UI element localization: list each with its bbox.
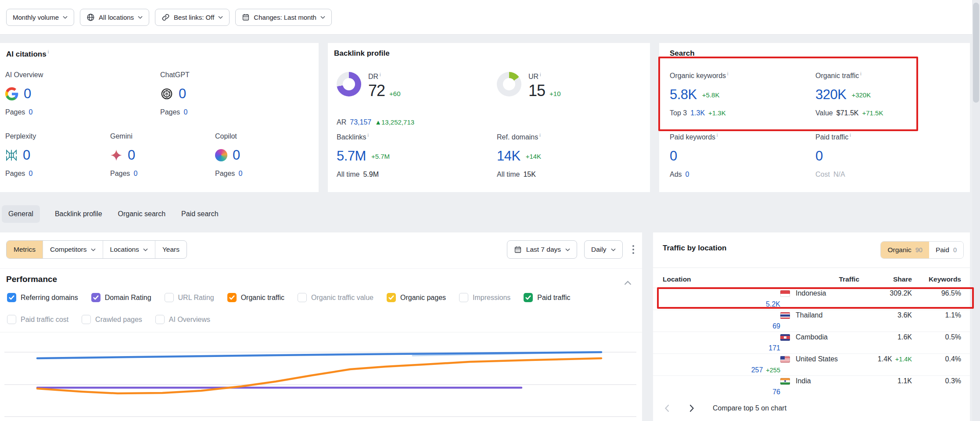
metric-checkbox-organic-traffic[interactable]: Organic traffic [227, 293, 284, 302]
chevron-down-icon [320, 16, 325, 19]
unchecked-checkbox[interactable] [7, 315, 16, 324]
checked-checkbox[interactable] [91, 293, 101, 302]
metric-checkbox-url-rating[interactable]: URL Rating [165, 293, 214, 302]
ar-value-link[interactable]: 73,157 [350, 118, 371, 126]
date-range-label: Last 7 days [526, 246, 561, 253]
organic-traffic-value-link[interactable]: 320K [815, 87, 846, 103]
scrollbar-thumb[interactable] [973, 3, 979, 103]
top3-label: Top 3 [670, 109, 687, 117]
tab-general[interactable]: General [2, 205, 40, 223]
ads-value-link[interactable]: 0 [686, 171, 689, 178]
pages-label: Pages [160, 108, 180, 116]
metric-checkbox-organic-traffic-value[interactable]: Organic traffic value [298, 293, 373, 302]
location-row-thailand[interactable]: Thailand3.6K1.1%69 [653, 310, 970, 332]
granularity-button[interactable]: Daily [584, 240, 622, 259]
organic-keywords-value-link[interactable]: 5.8K [670, 87, 697, 103]
copilot-cell: Copilot 0 Pages0 [215, 132, 242, 178]
segment-metrics[interactable]: Metrics [7, 241, 43, 258]
keywords-count-link[interactable]: 257 [751, 366, 763, 374]
calendar-icon [242, 13, 250, 21]
checked-checkbox[interactable] [524, 293, 533, 302]
unchecked-checkbox[interactable] [459, 293, 468, 302]
keywords-count-link[interactable]: 5.2K [766, 300, 780, 308]
best-links-filter-button[interactable]: Best links: Off [155, 9, 230, 26]
metric-checkbox-paid-traffic-cost[interactable]: Paid traffic cost [7, 315, 68, 324]
copilot-count-link[interactable]: 0 [233, 147, 240, 163]
chevron-down-icon [91, 248, 96, 251]
info-icon: i [540, 72, 541, 77]
unchecked-checkbox[interactable] [82, 315, 91, 324]
location-row-cambodia[interactable]: Cambodia1.6K0.5%171 [653, 332, 970, 353]
location-row-united-states[interactable]: United States1.4K+1.4K0.4%257+255 [653, 353, 970, 375]
metric-checkbox-paid-traffic[interactable]: Paid traffic [524, 293, 570, 302]
organic-traffic-label: Organic traffic [815, 72, 859, 79]
pages-count-link[interactable]: 0 [183, 108, 187, 116]
alltime-label: All time [497, 171, 520, 178]
column-traffic: Traffic [780, 275, 859, 283]
unchecked-checkbox[interactable] [155, 315, 165, 324]
metric-checkbox-crawled-pages[interactable]: Crawled pages [82, 315, 142, 324]
keywords-delta: +255 [766, 367, 780, 374]
tab-backlink-profile[interactable]: Backlink profile [54, 205, 103, 223]
paid-keywords-value-link[interactable]: 0 [670, 148, 677, 164]
toggle-organic[interactable]: Organic 90 [881, 242, 929, 258]
info-icon: i [860, 71, 861, 76]
traffic-delta: +1.4K [895, 356, 912, 363]
ref-domains-value-link[interactable]: 14K [497, 148, 521, 164]
changes-filter-button[interactable]: Changes: Last month [235, 9, 332, 26]
column-location: Location [663, 275, 780, 283]
location-row-india[interactable]: India1.1K0.3%76 [653, 375, 970, 397]
chatgpt-logo-icon [160, 87, 173, 100]
paid-traffic-value-link[interactable]: 0 [815, 148, 823, 164]
metric-checkbox-domain-rating[interactable]: Domain Rating [91, 293, 151, 302]
date-range-button[interactable]: Last 7 days [507, 240, 577, 259]
keywords-count-link[interactable]: 76 [772, 388, 780, 396]
share-value: 96.5% [912, 289, 961, 297]
pages-count-link[interactable]: 0 [29, 108, 32, 116]
perplexity-count-link[interactable]: 0 [23, 147, 30, 163]
next-page-icon[interactable] [688, 403, 696, 414]
unchecked-checkbox[interactable] [165, 293, 174, 302]
toggle-paid[interactable]: Paid 0 [929, 242, 963, 258]
ur-delta: +10 [549, 90, 560, 97]
perplexity-logo-icon [5, 149, 18, 161]
ar-label: AR [337, 118, 346, 126]
checked-checkbox[interactable] [7, 293, 16, 302]
keywords-cell: 69 [663, 322, 780, 330]
keywords-count-link[interactable]: 69 [772, 322, 780, 330]
gemini-count-link[interactable]: 0 [128, 147, 135, 163]
location-row-indonesia[interactable]: Indonesia309.2K96.5%5.2K [653, 288, 970, 310]
keywords-count-link[interactable]: 171 [768, 344, 780, 352]
volume-filter-button[interactable]: Monthly volume [6, 9, 74, 26]
compare-top5-link[interactable]: Compare top 5 on chart [713, 404, 786, 412]
tab-paid-search[interactable]: Paid search [180, 205, 219, 223]
chatgpt-count-link[interactable]: 0 [179, 86, 186, 102]
location-table-header: Location Traffic Share Keywords [653, 273, 970, 286]
top3-value-link[interactable]: 1.3K [690, 109, 705, 117]
segment-years[interactable]: Years [155, 241, 187, 258]
segment-locations[interactable]: Locations [103, 241, 155, 258]
tab-organic-search[interactable]: Organic search [117, 205, 167, 223]
more-options-kebab-icon[interactable] [630, 242, 637, 258]
unchecked-checkbox[interactable] [298, 293, 307, 302]
pages-count-link[interactable]: 0 [238, 170, 242, 178]
divider [0, 268, 642, 269]
metric-checkbox-ai-overviews[interactable]: AI Overviews [155, 315, 210, 324]
checked-checkbox[interactable] [387, 293, 396, 302]
organic-count-badge: 90 [915, 246, 923, 253]
segment-competitors[interactable]: Competitors [43, 241, 103, 258]
checked-checkbox[interactable] [227, 293, 237, 302]
ai-overview-count-link[interactable]: 0 [24, 86, 31, 102]
locations-filter-button[interactable]: All locations [80, 9, 149, 26]
value-label: Value [815, 109, 833, 117]
metric-checkbox-impressions[interactable]: Impressions [459, 293, 510, 302]
metric-checkbox-referring-domains[interactable]: Referring domains [7, 293, 78, 302]
google-logo-icon [5, 87, 18, 100]
backlinks-value-link[interactable]: 5.7M [337, 148, 366, 164]
prev-page-icon[interactable] [663, 403, 671, 414]
metric-checkbox-organic-pages[interactable]: Organic pages [387, 293, 446, 302]
pages-count-link[interactable]: 0 [29, 170, 32, 178]
pages-count-link[interactable]: 0 [133, 170, 137, 178]
link-icon [162, 13, 170, 21]
collapse-section-button[interactable] [624, 279, 632, 287]
